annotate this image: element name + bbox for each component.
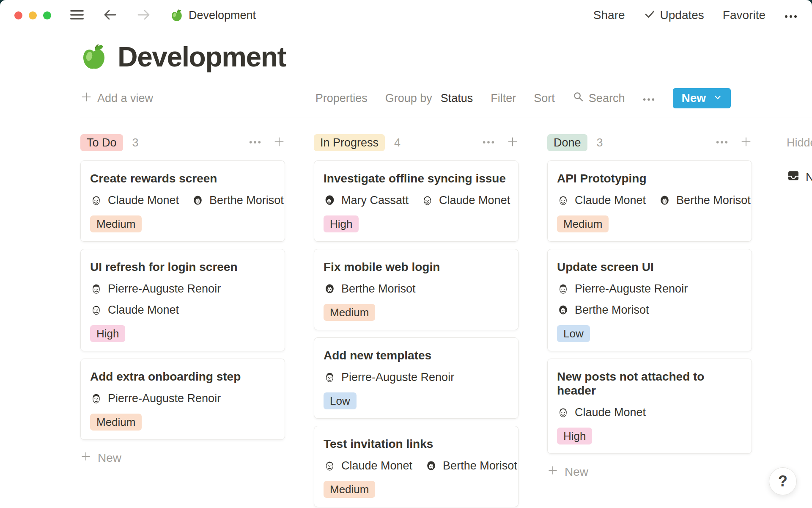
priority-badge: Medium [90,414,142,431]
board-card[interactable]: API Prototyping Claude Monet Berthe Mori… [547,160,752,242]
hidden-group-item[interactable]: No Status [787,169,812,185]
column-add-button[interactable] [273,136,285,149]
column-header: To Do 3 [80,134,285,151]
assignee: Berthe Morisot [324,282,416,295]
priority-badge: Medium [324,304,375,321]
card-title: Test invitation links [324,437,509,451]
page-title[interactable]: Development [118,41,286,73]
board-card[interactable]: UI refresh for login screen Pierre-Augus… [80,249,285,351]
sidebar-toggle-button[interactable] [69,8,85,23]
more-options-button[interactable] [784,8,798,22]
column-more-button[interactable] [482,139,495,146]
column-add-button[interactable] [507,136,518,149]
group-by-button[interactable]: Group byStatus [385,92,473,105]
card-title: New posts not attached to header [557,370,742,398]
assignee: Claude Monet [421,194,510,207]
avatar-woman-bob-icon [425,460,437,472]
page-icon-green-apple-icon[interactable] [80,43,107,70]
add-view-button[interactable]: Add a view [80,91,153,106]
assignee: Claude Monet [557,406,646,419]
favorite-button[interactable]: Favorite [723,8,765,22]
card-title: Update screen UI [557,260,742,274]
priority-badge: High [90,325,125,342]
card-title: Investigate offline syncing issue [324,171,509,185]
card-title: Create rewards screen [90,171,275,185]
board-card[interactable]: Create rewards screen Claude Monet Berth… [80,160,285,242]
priority-badge: Low [324,392,357,409]
add-card-button[interactable]: New [80,451,121,465]
titlebar-actions: Share Updates Favorite [593,8,798,23]
assignee-name: Pierre-Auguste Renoir [341,371,454,384]
avatar-woman-bighair-icon [324,194,336,207]
assignee-name: Berthe Morisot [341,282,416,295]
card-assignees: Pierre-Auguste Renoir [324,371,509,384]
avatar-man-balding-icon [557,406,569,419]
sort-button[interactable]: Sort [534,92,555,105]
properties-button[interactable]: Properties [315,92,368,105]
board-card[interactable]: New posts not attached to header Claude … [547,359,752,454]
board-card[interactable]: Investigate offline syncing issue Mary C… [314,160,518,242]
new-button[interactable]: New [673,88,731,108]
hidden-columns-section: Hidden No Status [781,134,812,185]
avatar-man-hair-icon [557,283,569,295]
close-window-button[interactable] [14,11,22,19]
plus-icon [80,91,92,106]
column-more-button[interactable] [716,139,728,146]
app-window: Development Share Updates Favorite [0,0,812,508]
filter-button[interactable]: Filter [491,92,516,105]
updates-button[interactable]: Updates [644,8,704,23]
column-count: 3 [132,136,139,149]
board-column-in-progress: In Progress 4 Investigate offline syncin… [314,134,518,507]
ellipsis-icon [784,8,798,22]
share-button[interactable]: Share [593,8,625,22]
window-titlebar: Development Share Updates Favorite [0,0,812,30]
column-more-button[interactable] [249,139,261,146]
back-button[interactable] [102,7,118,24]
priority-badge: Medium [557,215,609,232]
hidden-columns-label[interactable]: Hidden [787,134,812,151]
assignee: Mary Cassatt [324,194,409,207]
view-toolbar: Add a view Properties Group byStatus Fil… [80,88,731,108]
column-status-badge[interactable]: Done [547,134,587,151]
column-status-badge[interactable]: To Do [80,134,123,151]
minimize-window-button[interactable] [29,11,37,19]
avatar-man-balding-icon [421,194,433,207]
card-assignees: Berthe Morisot [324,282,509,295]
board-card[interactable]: Add new templates Pierre-Auguste Renoir … [314,337,518,419]
column-status-badge[interactable]: In Progress [314,134,385,151]
card-title: UI refresh for login screen [90,260,275,274]
card-assignees: Claude Monet [557,406,742,419]
board-card[interactable]: Update screen UI Pierre-Auguste Renoir B… [547,249,752,351]
column-add-button[interactable] [740,136,752,149]
hamburger-menu-icon [69,8,85,23]
board-card[interactable]: Test invitation links Claude Monet Berth… [314,426,518,507]
zoom-window-button[interactable] [43,11,51,19]
column-count: 3 [597,136,603,149]
card-assignees: Claude Monet Berthe Morisot [90,194,275,207]
assignee-name: Berthe Morisot [443,459,517,472]
assignee: Claude Monet [557,194,646,207]
avatar-man-hair-icon [324,371,336,384]
avatar-woman-bob-icon [192,194,204,207]
card-title: Fix mobile web login [324,260,509,274]
ellipsis-icon [642,92,655,105]
board-card[interactable]: Add extra onboarding step Pierre-Auguste… [80,359,285,440]
assignee-name: Mary Cassatt [341,194,409,207]
breadcrumb[interactable]: Development [170,9,256,22]
forward-button[interactable] [136,7,152,24]
avatar-man-balding-icon [557,194,569,207]
priority-badge: Medium [324,481,375,498]
kanban-board: To Do 3 Create rewards screen Claude Mon… [0,118,812,507]
view-more-options-button[interactable] [642,92,655,105]
board-card[interactable]: Fix mobile web login Berthe Morisot Medi… [314,249,518,330]
assignee: Pierre-Auguste Renoir [90,282,275,295]
assignee-name: Berthe Morisot [209,194,284,207]
search-button[interactable]: Search [573,91,625,105]
add-card-button[interactable]: New [547,465,588,479]
assignee-name: Claude Monet [341,459,412,472]
help-button[interactable]: ? [769,467,797,495]
assignee-name: Pierre-Auguste Renoir [575,282,688,295]
assignee: Pierre-Auguste Renoir [90,392,221,405]
search-icon [573,91,584,105]
card-assignees: Pierre-Auguste Renoir [90,392,275,405]
